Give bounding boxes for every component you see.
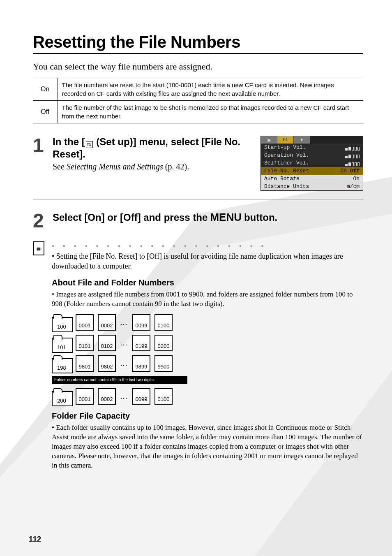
lcd-row-autorotate: Auto RotateOn [261,175,363,183]
step-2-title-post: button. [244,212,277,223]
file-icon: 0100 [154,388,173,405]
lcd-row-distance: Distance Unitsm/cm [261,183,363,190]
step-1-title-pre: In the [ [53,136,85,147]
file-icon: 0001 [76,388,94,405]
diagram-row: 100 0001 0002 … 0099 0100 [52,314,363,331]
note-text: • Setting the [File No. Reset] to [Off] … [52,251,363,271]
lcd-screenshot: ▣ f1 ♦ Start-up Vol. Operation Vol. Self… [261,136,363,191]
file-icon: 0002 [98,314,116,331]
step-1-number: 1 [33,136,47,155]
ellipsis-icon: … [120,359,128,368]
capacity-text: • Each folder usually contains up to 100… [52,423,363,470]
step-1-sub-pre: See [53,162,67,171]
lead-text: You can select the way file numbers are … [33,61,363,72]
page-number: 112 [29,535,41,544]
diagram-caption: Folder numbers cannot contain 99 in the … [52,376,187,384]
lcd-tab-setup: f1 [277,136,294,144]
about-heading: About File and Folder Numbers [52,277,363,288]
ellipsis-icon: … [120,317,128,327]
page-title: Resetting the File Numbers [33,33,363,51]
diagram-row: 198 9801 9802 … 9899 9900 [52,355,363,372]
lcd-row-selftimer: Selftimer Vol. [261,159,363,167]
note-block: ≣ • • • • • • • • • • • • • • • • • • • … [33,241,363,470]
option-off-label: Off [33,101,58,123]
step-1: 1 In the [f1 (Set up)] menu, select [Fil… [33,136,363,191]
lcd-row-startup: Start-up Vol. [261,144,363,151]
file-icon: 9899 [132,355,150,372]
table-row: Off The file number of the last image to… [33,101,363,123]
option-on-desc: The file numbers are reset to the start … [58,78,363,101]
note-icon: ≣ [33,241,44,255]
title-rule [33,53,363,54]
file-icon: 0101 [76,335,94,351]
file-icon: 0002 [98,388,116,405]
step-2-title-pre: Select [On] or [Off] and press the [53,212,208,223]
folder-diagram: 100 0001 0002 … 0099 0100 101 0101 0102 … [52,314,363,405]
file-icon: 0200 [154,335,173,351]
step-1-title: In the [f1 (Set up)] menu, select [File … [53,136,255,160]
diagram-row: 200 0001 0002 … 0099 0100 [52,388,363,405]
file-icon: 0001 [76,314,94,331]
file-icon: 9801 [76,355,94,372]
step-2: 2 Select [On] or [Off] and press the MEN… [33,211,363,231]
capacity-heading: Folder File Capacity [52,410,363,422]
folder-icon: 198 [52,355,71,372]
file-icon: 0199 [132,335,150,351]
step-2-title: Select [On] or [Off] and press the MENU … [53,211,363,224]
file-icon: 9900 [154,355,173,372]
dotted-rule: • • • • • • • • • • • • • • • • • • • • [52,241,363,248]
lcd-tab-camera: ▣ [261,136,277,144]
folder-icon: 100 [52,314,71,331]
step-1-sub-em: Selecting Menus and Settings [67,162,163,171]
file-icon: 0099 [132,314,150,331]
ellipsis-icon: … [120,338,128,348]
table-row: On The file numbers are reset to the sta… [33,78,363,101]
file-icon: 0099 [132,388,150,405]
diagram-row: 101 0101 0102 … 0199 0200 [52,335,363,351]
folder-icon: 101 [52,335,71,351]
about-text: • Images are assigned file numbers from … [52,290,363,309]
setup-icon: f1 [86,141,93,148]
file-icon: 9802 [98,355,116,372]
options-table: On The file numbers are reset to the sta… [33,78,363,123]
ellipsis-icon: … [120,392,128,401]
lcd-tab-user: ♦ [294,136,310,144]
step-1-sub-post: (p. 42). [163,162,189,171]
step-2-number: 2 [33,211,47,231]
option-on-label: On [33,78,58,101]
folder-icon: 200 [52,388,71,405]
file-icon: 0102 [98,335,116,351]
lcd-row-operation: Operation Vol. [261,151,363,159]
menu-button-word: MENU [210,211,242,224]
lcd-row-fileno: File No. ResetOn Off [261,167,363,175]
option-off-desc: The file number of the last image to be … [58,101,363,123]
file-icon: 0100 [154,314,173,331]
step-divider [33,199,363,199]
step-1-subtitle: See Selecting Menus and Settings (p. 42)… [53,162,255,171]
